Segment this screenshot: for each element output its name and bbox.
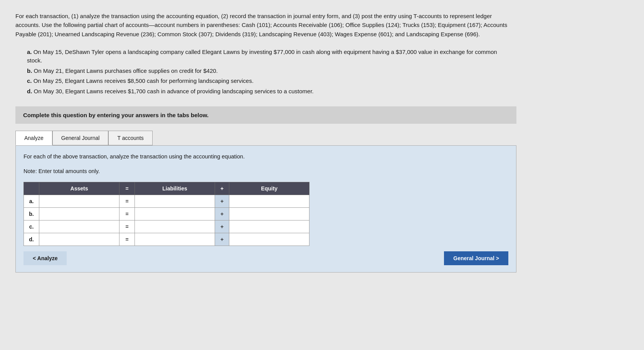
tabs-container: Analyze General Journal T accounts xyxy=(15,131,516,145)
tab-content-area: For each of the above transaction, analy… xyxy=(15,145,516,273)
row-label-a: a. xyxy=(24,195,39,207)
tab-general-journal[interactable]: General Journal xyxy=(52,131,109,145)
eq-a: = xyxy=(119,195,135,207)
assets-field-d[interactable] xyxy=(43,236,115,243)
tab-analyze[interactable]: Analyze xyxy=(15,131,52,145)
intro-paragraph: For each transaction, (1) analyze the tr… xyxy=(15,12,509,39)
equity-input-b[interactable] xyxy=(229,207,309,220)
liabilities-input-c[interactable] xyxy=(135,220,215,233)
transaction-a: a. On May 15, DeShawn Tyler opens a land… xyxy=(27,48,505,65)
equity-field-c[interactable] xyxy=(233,223,305,231)
header-equals: = xyxy=(119,182,135,195)
assets-field-a[interactable] xyxy=(43,197,115,205)
plus-c: + xyxy=(215,220,229,233)
row-label-b: b. xyxy=(24,207,39,220)
plus-d: + xyxy=(215,233,229,246)
next-button[interactable]: General Journal > xyxy=(444,251,508,265)
equity-input-d[interactable] xyxy=(229,233,309,246)
liabilities-input-a[interactable] xyxy=(135,195,215,207)
eq-b: = xyxy=(119,207,135,220)
plus-a: + xyxy=(215,195,229,207)
liabilities-input-b[interactable] xyxy=(135,207,215,220)
transaction-list: a. On May 15, DeShawn Tyler opens a land… xyxy=(27,48,505,96)
header-assets: Assets xyxy=(39,182,119,195)
accounting-table: Assets = Liabilities + Equity a. = + xyxy=(24,182,309,246)
table-row: c. = + xyxy=(24,220,309,233)
row-label-c: c. xyxy=(24,220,39,233)
assets-field-c[interactable] xyxy=(43,223,115,231)
assets-input-b[interactable] xyxy=(39,207,119,220)
instruction-line2: Note: Enter total amounts only. xyxy=(24,167,508,176)
equity-input-c[interactable] xyxy=(229,220,309,233)
complete-banner: Complete this question by entering your … xyxy=(15,106,516,124)
eq-d: = xyxy=(119,233,135,246)
liabilities-field-b[interactable] xyxy=(139,210,211,218)
equity-field-d[interactable] xyxy=(233,236,305,243)
row-label-d: d. xyxy=(24,233,39,246)
table-row: a. = + xyxy=(24,195,309,207)
assets-input-c[interactable] xyxy=(39,220,119,233)
assets-input-d[interactable] xyxy=(39,233,119,246)
prev-button[interactable]: < Analyze xyxy=(24,251,67,265)
liabilities-field-a[interactable] xyxy=(139,197,211,205)
assets-field-b[interactable] xyxy=(43,210,115,218)
transaction-d: d. On May 30, Elegant Lawns receives $1,… xyxy=(27,87,505,96)
tab-t-accounts[interactable]: T accounts xyxy=(108,131,152,145)
liabilities-input-d[interactable] xyxy=(135,233,215,246)
transaction-c: c. On May 25, Elegant Lawns receives $8,… xyxy=(27,77,505,86)
header-equity: Equity xyxy=(229,182,309,195)
equity-field-b[interactable] xyxy=(233,210,305,218)
assets-input-a[interactable] xyxy=(39,195,119,207)
liabilities-field-c[interactable] xyxy=(139,223,211,231)
table-row: b. = + xyxy=(24,207,309,220)
eq-c: = xyxy=(119,220,135,233)
plus-b: + xyxy=(215,207,229,220)
table-row: d. = + xyxy=(24,233,309,246)
header-liabilities: Liabilities xyxy=(135,182,215,195)
transaction-b: b. On May 21, Elegant Lawns purchases of… xyxy=(27,67,505,76)
equity-input-a[interactable] xyxy=(229,195,309,207)
instruction-line1: For each of the above transaction, analy… xyxy=(24,153,508,161)
bottom-nav: < Analyze General Journal > xyxy=(24,251,508,265)
header-plus: + xyxy=(215,182,229,195)
liabilities-field-d[interactable] xyxy=(139,236,211,243)
equity-field-a[interactable] xyxy=(233,197,305,205)
